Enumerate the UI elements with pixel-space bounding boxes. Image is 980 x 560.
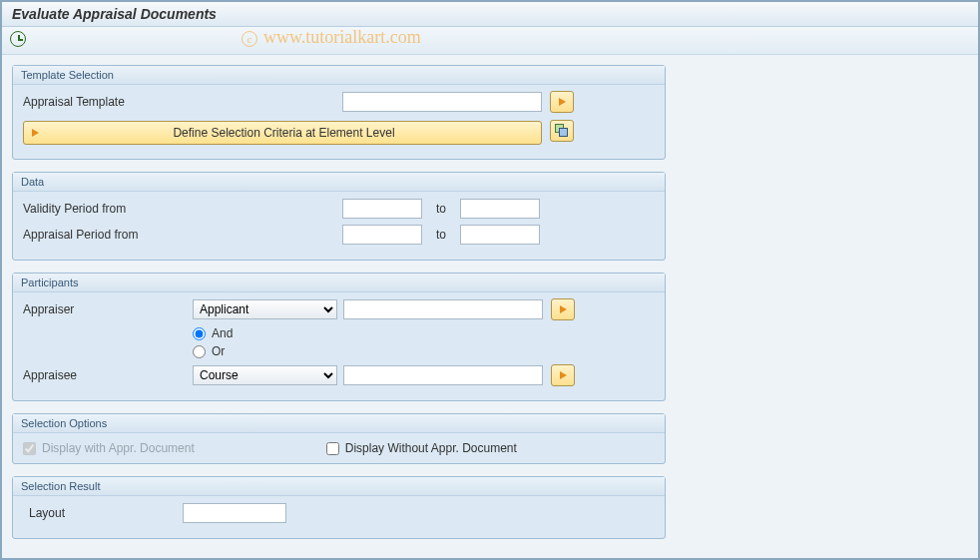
- appraisee-input[interactable]: [343, 365, 543, 385]
- page-title: Evaluate Appraisal Documents: [12, 6, 968, 22]
- appraiser-select[interactable]: Applicant: [193, 299, 337, 319]
- group-selection-options: Selection Options Display with Appr. Doc…: [12, 413, 666, 464]
- group-header-template: Template Selection: [13, 66, 665, 85]
- appraiser-label: Appraiser: [23, 302, 193, 316]
- group-participants: Participants Appraiser Applicant And: [12, 273, 666, 401]
- group-selection-result: Selection Result Layout: [12, 476, 666, 539]
- validity-from-input[interactable]: [342, 199, 422, 219]
- appraisal-from-input[interactable]: [342, 225, 422, 245]
- overlap-icon: [555, 124, 569, 138]
- arrow-right-icon: [560, 371, 567, 379]
- checkbox-display-without[interactable]: [326, 442, 339, 455]
- validity-to-label: to: [436, 202, 446, 216]
- arrow-right-icon: [32, 129, 39, 137]
- radio-and-label: And: [212, 326, 233, 340]
- appraisal-template-input[interactable]: [342, 92, 542, 112]
- checkbox-display-with: [23, 442, 36, 455]
- group-template-selection: Template Selection Appraisal Template De…: [12, 65, 666, 160]
- display-with-label: Display with Appr. Document: [42, 441, 195, 455]
- appraisee-label: Appraisee: [23, 368, 193, 382]
- overlap-variants-button[interactable]: [550, 120, 574, 142]
- toolbar: [2, 27, 978, 55]
- execute-clock-icon[interactable]: [10, 31, 26, 47]
- appraisal-to-label: to: [436, 228, 446, 242]
- radio-and[interactable]: [193, 327, 206, 340]
- radio-or-label: Or: [212, 344, 225, 358]
- title-bar: Evaluate Appraisal Documents: [2, 2, 978, 27]
- content-area: Template Selection Appraisal Template De…: [2, 55, 978, 560]
- group-header-participants: Participants: [13, 274, 665, 292]
- group-data: Data Validity Period from to Appraisal P…: [12, 172, 666, 261]
- group-header-options: Selection Options: [13, 414, 665, 433]
- appraisee-select[interactable]: Course: [193, 365, 337, 385]
- display-without-label: Display Without Appr. Document: [345, 441, 517, 455]
- define-selection-criteria-button[interactable]: Define Selection Criteria at Element Lev…: [23, 121, 542, 145]
- layout-label: Layout: [23, 506, 183, 520]
- define-selection-criteria-label: Define Selection Criteria at Element Lev…: [47, 126, 541, 140]
- arrow-right-icon: [559, 98, 566, 106]
- appraisal-to-input[interactable]: [460, 225, 540, 245]
- group-header-result: Selection Result: [13, 477, 665, 496]
- arrow-right-icon: [560, 305, 567, 313]
- appraisal-period-label: Appraisal Period from: [23, 228, 193, 242]
- radio-or[interactable]: [193, 345, 206, 358]
- group-header-data: Data: [13, 173, 665, 192]
- validity-period-label: Validity Period from: [23, 202, 193, 216]
- appraiser-input[interactable]: [343, 299, 543, 319]
- layout-input[interactable]: [183, 503, 286, 523]
- appraisee-browse-button[interactable]: [551, 364, 575, 386]
- appraisal-template-label: Appraisal Template: [23, 95, 193, 109]
- validity-to-input[interactable]: [460, 199, 540, 219]
- appraiser-browse-button[interactable]: [551, 298, 575, 320]
- appraisal-template-browse-button[interactable]: [550, 91, 574, 113]
